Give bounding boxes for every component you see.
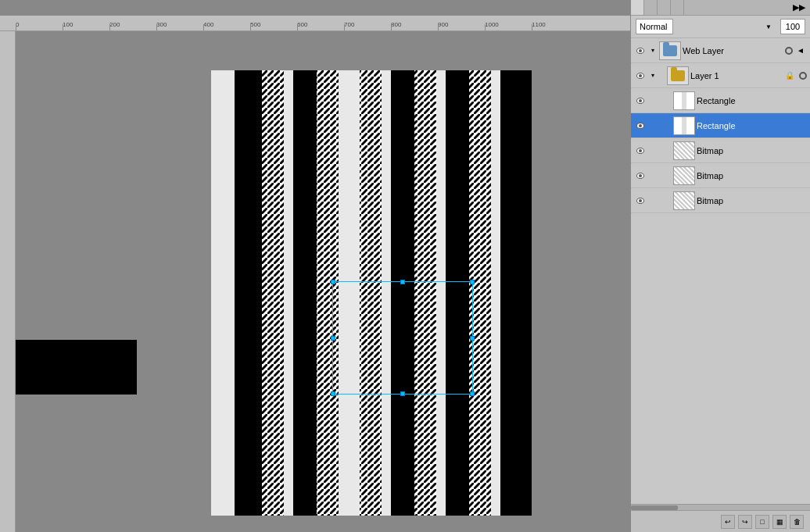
eye-icon-bitmap1[interactable] [634,145,647,157]
ruler-tick-mark-600 [297,24,298,30]
import-state-button[interactable]: ▦ [772,515,787,529]
eye-icon-web-layer[interactable] [634,45,647,57]
layer-name-bitmap1: Bitmap [697,146,807,155]
duplicate-state-button[interactable]: ↩ [721,515,735,529]
ruler-tick-mark-800 [391,24,392,30]
layer-thumbnail-rectangle2 [673,116,695,135]
svg-rect-3 [262,70,284,516]
layer-item-bitmap1[interactable]: Bitmap [631,138,810,163]
layers-scroll-thumb[interactable] [631,505,678,510]
stripe-svg [211,70,532,516]
eye-icon-rectangle1[interactable] [634,95,647,107]
layer-item-bitmap2[interactable]: Bitmap [631,163,810,188]
ruler-tick-mark-700 [344,24,345,30]
expand-arrow-web-layer[interactable]: ▾ [648,46,658,55]
ruler-tick-200: 200 [109,21,120,28]
expand-arrow-bitmap3[interactable] [648,196,658,205]
svg-rect-14 [469,70,491,516]
layer-name-bitmap2: Bitmap [697,171,807,180]
expand-arrow-layer1[interactable]: ▾ [648,71,658,80]
svg-rect-10 [391,70,414,516]
layer-thumbnail-web-layer [659,41,681,60]
layer-item-rectangle2[interactable]: Rectangle [631,113,810,138]
svg-rect-13 [446,70,469,516]
eye-icon-rectangle2[interactable] [634,120,647,132]
opacity-input[interactable] [780,19,805,34]
ruler-tick-900: 900 [438,21,448,28]
ruler-tick-800: 800 [391,21,401,28]
layer-name-rectangle1: Rectangle [697,96,807,105]
expand-arrow-rectangle2[interactable] [648,121,658,130]
layer-item-web-layer[interactable]: ▾Web Layer◄ [631,38,810,63]
ruler-tick-1100: 1100 [532,21,546,28]
layer-thumbnail-bitmap3 [673,191,695,210]
ruler-tick-mark-200 [109,24,110,30]
more-tabs-button[interactable]: ▶▶ [788,0,810,15]
blend-mode-row: Normal Multiply Screen ▼ [631,16,810,38]
eye-icon-layer1[interactable] [634,70,647,82]
expand-arrow-rectangle1[interactable] [648,96,658,105]
layer-thumbnail-bitmap1 [673,141,695,160]
ruler-tick-1000: 1000 [485,21,499,28]
svg-rect-12 [436,70,446,516]
canvas-document[interactable] [211,70,532,516]
delete-state-button[interactable]: 🗑 [790,515,804,529]
tab-align[interactable] [671,0,684,15]
svg-rect-5 [293,70,317,516]
layer-item-layer1[interactable]: ▾Layer 1🔒 [631,63,810,88]
blend-mode-select[interactable]: Normal Multiply Screen [636,19,673,34]
layers-scrollbar[interactable] [631,504,810,510]
svg-rect-9 [382,70,391,516]
tab-optimize[interactable] [644,0,658,15]
horizontal-ruler: 010020030040050060070080090010001100 [0,16,630,31]
layers-list: ▾Web Layer◄▾Layer 1🔒RectangleRectangleBi… [631,38,810,504]
tab-layers[interactable] [631,0,644,15]
ruler-h-ticks: 010020030040050060070080090010001100 [16,16,630,30]
svg-rect-15 [491,70,500,516]
right-panel-tabs: ▶▶ [631,0,810,16]
eye-icon-bitmap3[interactable] [634,195,647,207]
export-state-button[interactable]: □ [755,515,769,529]
layer-name-rectangle2: Rectangle [697,121,807,130]
svg-rect-1 [235,70,262,516]
ruler-tick-600: 600 [297,21,307,28]
layer-item-rectangle1[interactable]: Rectangle [631,88,810,113]
layer-thumbnail-layer1 [667,66,689,85]
canvas-area: 010020030040050060070080090010001100 [0,16,630,532]
circle-icon-layer1 [799,72,807,80]
layer-item-bitmap3[interactable]: Bitmap [631,188,810,213]
svg-rect-7 [339,70,348,516]
sound-icon-web-layer: ◄ [794,45,807,57]
svg-rect-16 [500,70,532,516]
expand-arrow-bitmap2[interactable] [648,171,658,180]
layer-name-layer1: Layer 1 [690,71,782,80]
blend-select-arrow-icon: ▼ [765,23,772,30]
eye-icon-bitmap2[interactable] [634,170,647,182]
ruler-tick-mark-900 [438,24,439,30]
svg-rect-6 [317,70,339,516]
lock-icon-layer1: 🔒 [783,70,796,82]
ruler-tick-mark-100 [63,24,63,30]
ruler-tick-100: 100 [63,21,73,28]
blend-mode-wrapper: Normal Multiply Screen ▼ [636,19,774,34]
ruler-tick-mark-1000 [485,24,486,30]
layer-thumbnail-rectangle1 [673,91,695,110]
vertical-ruler [0,31,16,532]
svg-rect-11 [414,70,436,516]
circle-icon-web-layer [785,47,793,55]
state-icons: ↩ ↪ □ ▦ 🗑 [721,515,804,529]
state-bar: ↩ ↪ □ ▦ 🗑 [631,510,810,532]
ruler-tick-400: 400 [203,21,213,28]
ruler-tick-500: 500 [250,21,260,28]
document-stripes [211,70,532,516]
ruler-tick-mark-0 [16,24,16,30]
expand-arrow-bitmap1[interactable] [648,146,658,155]
layer-name-web-layer: Web Layer [683,46,782,55]
add-state-button[interactable]: ↪ [738,515,752,529]
ruler-tick-300: 300 [156,21,167,28]
ruler-tick-mark-300 [156,24,157,30]
ruler-tick-mark-400 [203,24,204,30]
right-panel: ▶▶ Normal Multiply Screen ▼ ▾Web Layer◄▾… [630,0,810,532]
ruler-tick-mark-1100 [532,24,532,30]
tab-history[interactable] [658,0,671,15]
